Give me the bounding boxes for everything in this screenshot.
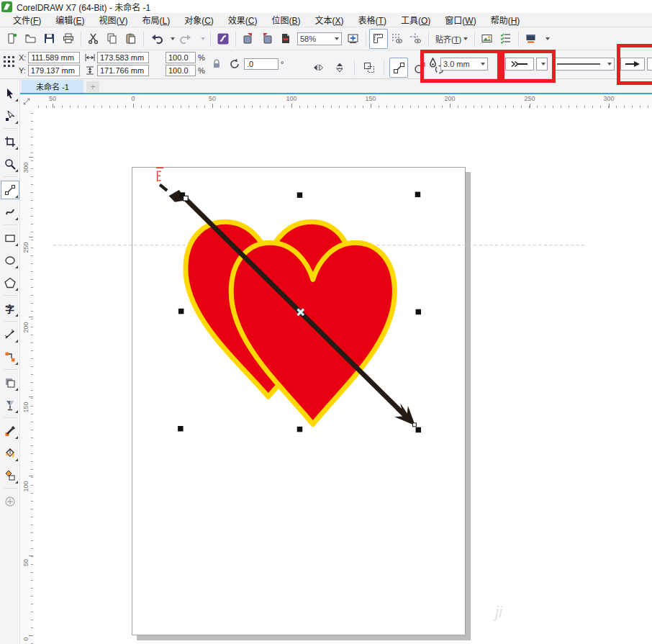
scale-v-field[interactable]: 100.0: [166, 65, 196, 76]
ellipse-tool[interactable]: [1, 251, 19, 270]
menu-item[interactable]: 效果(C): [221, 14, 265, 26]
smart-fill-tool[interactable]: [1, 466, 19, 485]
menu-item[interactable]: 视图(V): [91, 14, 135, 26]
menu-item[interactable]: 窗口(W): [438, 14, 483, 26]
line-style-combo[interactable]: [553, 58, 615, 71]
ruler-label: 50: [49, 95, 56, 102]
zoom-level-combo[interactable]: 58%: [297, 32, 342, 45]
two-point-line-mode-button[interactable]: [389, 58, 408, 78]
object-height-field[interactable]: 171.766 mm: [97, 65, 149, 76]
shape-tool[interactable]: [1, 106, 19, 125]
guidelines-icon: [409, 32, 422, 45]
lock-ratio-button[interactable]: [212, 59, 221, 69]
paste-button[interactable]: [122, 29, 140, 49]
document-tab[interactable]: 未命名 -1: [22, 80, 83, 93]
vertical-ruler[interactable]: 300250200150100500: [20, 108, 34, 644]
horizontal-ruler[interactable]: 50050100150200250300: [33, 94, 652, 109]
open-button[interactable]: [22, 29, 40, 49]
search-content-button[interactable]: [214, 29, 232, 49]
edit-fill-tool[interactable]: [1, 492, 19, 511]
interactive-fill-tool[interactable]: [1, 444, 19, 463]
rectangle-tool[interactable]: [1, 229, 19, 248]
undo-dropdown[interactable]: [166, 29, 177, 49]
fit-page-icon: [347, 32, 360, 45]
separator: [143, 31, 144, 47]
color-eyedropper-tool[interactable]: [1, 422, 19, 440]
object-properties-button[interactable]: [360, 58, 379, 78]
line-start-node[interactable]: [184, 196, 189, 201]
copy-button[interactable]: [103, 29, 122, 49]
options-checklist-button[interactable]: [497, 29, 515, 49]
separator: [518, 31, 519, 47]
application-launcher-button[interactable]: [522, 29, 540, 49]
object-width-field[interactable]: 173.583 mm: [97, 52, 149, 63]
launcher-dropdown[interactable]: [540, 29, 552, 49]
menu-item[interactable]: 文本(X): [308, 14, 351, 26]
menu-item[interactable]: 位图(B): [265, 14, 308, 26]
menu-item[interactable]: 表格(T): [351, 14, 394, 26]
ruler-scale-icon: [22, 97, 31, 106]
menu-item[interactable]: 编辑(E): [48, 14, 91, 26]
connector-tool[interactable]: [1, 348, 19, 366]
ruler-label: 250: [22, 242, 30, 253]
full-screen-preview-button[interactable]: [344, 29, 363, 49]
mirror-vertical-button[interactable]: [330, 58, 349, 78]
pdf-icon: [279, 32, 292, 45]
print-button[interactable]: [59, 29, 78, 49]
menu-item[interactable]: 布局(L): [135, 14, 177, 26]
redo-button[interactable]: [177, 29, 196, 49]
new-document-icon: [6, 32, 19, 45]
line-end-node[interactable]: [412, 423, 416, 427]
mirror-horizontal-button[interactable]: [309, 58, 328, 78]
handle-bottom-right[interactable]: [416, 427, 421, 432]
x-position-field[interactable]: 111.589 mm: [28, 52, 80, 63]
freehand-tool[interactable]: [1, 181, 19, 199]
menu-item[interactable]: 工具(O): [394, 14, 438, 26]
handle-top-right[interactable]: [415, 192, 420, 197]
window-title: CorelDRAW X7 (64-Bit) - 未命名 -1: [17, 1, 150, 13]
parallel-dimension-tool[interactable]: [1, 325, 19, 344]
chevron-down-icon: [335, 37, 339, 40]
publish-pdf-button[interactable]: [276, 29, 295, 49]
handle-bottom-mid[interactable]: [297, 427, 302, 432]
menu-item[interactable]: 帮助(H): [484, 14, 528, 26]
handle-mid-left[interactable]: [178, 309, 184, 314]
drawing-canvas[interactable]: ji: [33, 108, 652, 644]
title-bar: CorelDRAW X7 (64-Bit) - 未命名 -1: [0, 0, 652, 13]
crop-tool[interactable]: [1, 132, 19, 151]
import-button[interactable]: [239, 29, 258, 49]
pick-cursor-icon: [4, 88, 16, 99]
drop-shadow-tool[interactable]: [1, 373, 19, 392]
text-tool[interactable]: 字: [1, 299, 19, 318]
handle-mid-right[interactable]: [416, 309, 421, 314]
transparency-tool[interactable]: [1, 396, 19, 414]
polygon-tool[interactable]: [1, 273, 19, 292]
show-grid-toggle[interactable]: [388, 29, 407, 49]
y-position-field[interactable]: 179.137 mm: [28, 65, 80, 76]
new-tab-button[interactable]: +: [86, 81, 99, 92]
undo-button[interactable]: [147, 29, 166, 49]
snap-to-dropdown[interactable]: 贴齐(T): [432, 29, 471, 49]
new-document-button[interactable]: [3, 29, 22, 49]
handle-top-mid[interactable]: [297, 192, 302, 197]
redo-dropdown[interactable]: [196, 29, 207, 49]
pick-tool[interactable]: [1, 84, 19, 103]
rotation-field[interactable]: .0: [244, 58, 279, 70]
zoom-tool[interactable]: [1, 155, 19, 173]
handle-bottom-left[interactable]: [178, 426, 183, 431]
export-button[interactable]: [258, 29, 276, 49]
solid-line-icon: [556, 62, 602, 66]
artistic-media-tool[interactable]: [1, 203, 19, 222]
menu-item[interactable]: 对象(C): [177, 14, 221, 26]
show-rulers-toggle[interactable]: [369, 29, 388, 49]
smart-fill-icon: [4, 470, 16, 481]
image-adjust-button[interactable]: [478, 29, 497, 49]
save-button[interactable]: [40, 29, 59, 49]
ruler-label: 100: [22, 481, 30, 492]
undo-icon: [150, 32, 163, 45]
ruler-origin-corner[interactable]: [20, 94, 33, 108]
cut-button[interactable]: [84, 29, 103, 49]
menu-item[interactable]: 文件(F): [6, 14, 48, 26]
scale-h-field[interactable]: 100.0: [166, 52, 196, 63]
show-guidelines-toggle[interactable]: [407, 29, 425, 49]
